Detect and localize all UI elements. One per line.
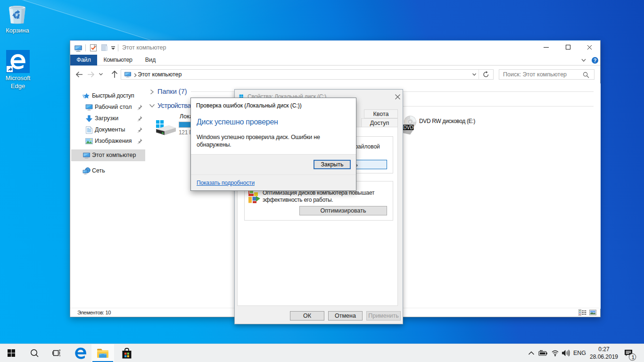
svg-text:1: 1 — [631, 354, 634, 360]
svg-text:DVD: DVD — [404, 125, 413, 130]
